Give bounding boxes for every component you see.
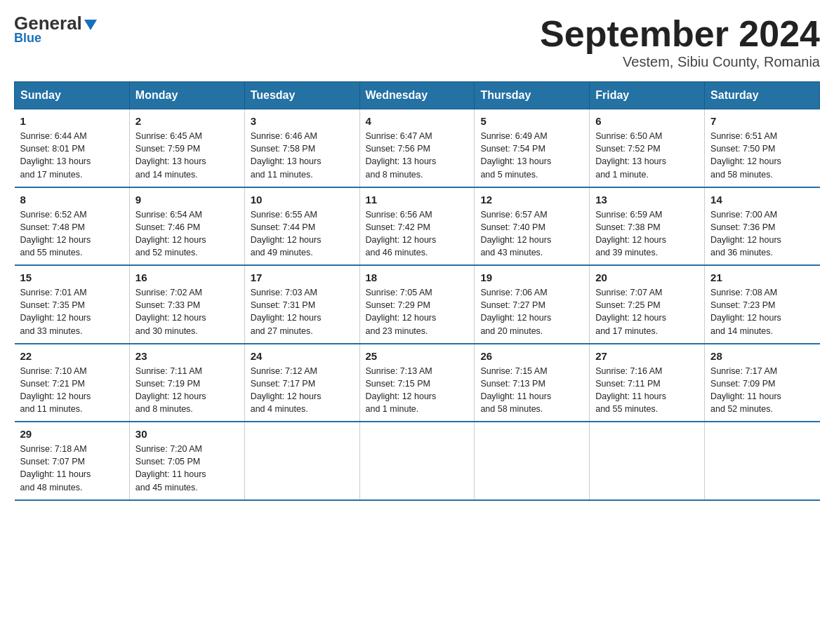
calendar-cell: 5Sunrise: 6:49 AM Sunset: 7:54 PM Daylig… <box>475 109 590 187</box>
day-info: Sunrise: 6:57 AM Sunset: 7:40 PM Dayligh… <box>480 208 583 260</box>
calendar-cell: 29Sunrise: 7:18 AM Sunset: 7:07 PM Dayli… <box>15 422 130 500</box>
column-header-thursday: Thursday <box>475 82 590 109</box>
calendar-cell: 20Sunrise: 7:07 AM Sunset: 7:25 PM Dayli… <box>590 265 705 344</box>
calendar-week-row: 29Sunrise: 7:18 AM Sunset: 7:07 PM Dayli… <box>15 422 820 500</box>
day-number: 4 <box>366 115 469 127</box>
day-info: Sunrise: 7:07 AM Sunset: 7:25 PM Dayligh… <box>595 286 699 337</box>
day-info: Sunrise: 6:51 AM Sunset: 7:50 PM Dayligh… <box>710 130 814 181</box>
calendar-cell: 12Sunrise: 6:57 AM Sunset: 7:40 PM Dayli… <box>475 187 590 266</box>
calendar-cell: 11Sunrise: 6:56 AM Sunset: 7:42 PM Dayli… <box>359 187 475 266</box>
day-info: Sunrise: 6:47 AM Sunset: 7:56 PM Dayligh… <box>366 130 469 181</box>
day-info: Sunrise: 7:17 AM Sunset: 7:09 PM Dayligh… <box>710 365 814 416</box>
calendar-cell: 8Sunrise: 6:52 AM Sunset: 7:48 PM Daylig… <box>15 187 130 266</box>
calendar-cell: 10Sunrise: 6:55 AM Sunset: 7:44 PM Dayli… <box>244 187 359 266</box>
day-number: 12 <box>480 194 583 206</box>
day-info: Sunrise: 6:52 AM Sunset: 7:48 PM Dayligh… <box>20 208 124 260</box>
day-info: Sunrise: 6:56 AM Sunset: 7:42 PM Dayligh… <box>366 208 469 260</box>
day-number: 29 <box>20 428 124 440</box>
day-info: Sunrise: 7:10 AM Sunset: 7:21 PM Dayligh… <box>20 365 124 416</box>
calendar-cell: 1Sunrise: 6:44 AM Sunset: 8:01 PM Daylig… <box>15 109 130 187</box>
day-number: 19 <box>480 271 583 283</box>
day-number: 1 <box>20 115 124 127</box>
day-number: 7 <box>710 115 814 127</box>
day-info: Sunrise: 7:03 AM Sunset: 7:31 PM Dayligh… <box>251 286 354 337</box>
day-info: Sunrise: 6:50 AM Sunset: 7:52 PM Dayligh… <box>595 130 699 181</box>
day-number: 25 <box>366 350 469 362</box>
calendar-cell: 17Sunrise: 7:03 AM Sunset: 7:31 PM Dayli… <box>244 265 359 344</box>
calendar-cell <box>359 422 475 500</box>
calendar-cell: 19Sunrise: 7:06 AM Sunset: 7:27 PM Dayli… <box>475 265 590 344</box>
day-number: 14 <box>710 194 814 206</box>
calendar-cell: 16Sunrise: 7:02 AM Sunset: 7:33 PM Dayli… <box>129 265 244 344</box>
day-info: Sunrise: 6:44 AM Sunset: 8:01 PM Dayligh… <box>20 130 124 181</box>
day-info: Sunrise: 6:49 AM Sunset: 7:54 PM Dayligh… <box>480 130 583 181</box>
calendar-header-row: SundayMondayTuesdayWednesdayThursdayFrid… <box>15 82 820 109</box>
calendar-cell: 28Sunrise: 7:17 AM Sunset: 7:09 PM Dayli… <box>705 344 820 422</box>
column-header-sunday: Sunday <box>15 82 130 109</box>
day-number: 16 <box>135 271 239 283</box>
page-header: General Blue September 2024 Vestem, Sibi… <box>14 14 820 70</box>
day-info: Sunrise: 7:16 AM Sunset: 7:11 PM Dayligh… <box>595 365 699 416</box>
calendar-table: SundayMondayTuesdayWednesdayThursdayFrid… <box>14 81 820 501</box>
day-number: 3 <box>251 115 354 127</box>
day-info: Sunrise: 7:06 AM Sunset: 7:27 PM Dayligh… <box>480 286 583 337</box>
day-info: Sunrise: 6:59 AM Sunset: 7:38 PM Dayligh… <box>595 208 699 260</box>
day-info: Sunrise: 6:54 AM Sunset: 7:46 PM Dayligh… <box>135 208 239 260</box>
day-number: 18 <box>366 271 469 283</box>
day-number: 11 <box>366 194 469 206</box>
day-number: 9 <box>135 194 239 206</box>
column-header-friday: Friday <box>590 82 705 109</box>
calendar-cell: 14Sunrise: 7:00 AM Sunset: 7:36 PM Dayli… <box>705 187 820 266</box>
logo-triangle-icon <box>84 20 97 30</box>
calendar-cell: 23Sunrise: 7:11 AM Sunset: 7:19 PM Dayli… <box>129 344 244 422</box>
day-info: Sunrise: 7:12 AM Sunset: 7:17 PM Dayligh… <box>251 365 354 416</box>
calendar-cell <box>244 422 359 500</box>
calendar-cell: 30Sunrise: 7:20 AM Sunset: 7:05 PM Dayli… <box>129 422 244 500</box>
calendar-cell: 25Sunrise: 7:13 AM Sunset: 7:15 PM Dayli… <box>359 344 475 422</box>
calendar-cell: 21Sunrise: 7:08 AM Sunset: 7:23 PM Dayli… <box>705 265 820 344</box>
day-number: 8 <box>20 194 124 206</box>
day-info: Sunrise: 6:55 AM Sunset: 7:44 PM Dayligh… <box>251 208 354 260</box>
day-info: Sunrise: 7:05 AM Sunset: 7:29 PM Dayligh… <box>366 286 469 337</box>
page-title: September 2024 <box>540 14 820 54</box>
day-number: 27 <box>595 350 699 362</box>
column-header-monday: Monday <box>129 82 244 109</box>
calendar-cell: 9Sunrise: 6:54 AM Sunset: 7:46 PM Daylig… <box>129 187 244 266</box>
calendar-week-row: 22Sunrise: 7:10 AM Sunset: 7:21 PM Dayli… <box>15 344 820 422</box>
calendar-cell: 15Sunrise: 7:01 AM Sunset: 7:35 PM Dayli… <box>15 265 130 344</box>
calendar-cell <box>590 422 705 500</box>
logo: General Blue <box>14 14 97 46</box>
calendar-cell: 27Sunrise: 7:16 AM Sunset: 7:11 PM Dayli… <box>590 344 705 422</box>
day-number: 6 <box>595 115 699 127</box>
calendar-cell: 2Sunrise: 6:45 AM Sunset: 7:59 PM Daylig… <box>129 109 244 187</box>
day-info: Sunrise: 7:00 AM Sunset: 7:36 PM Dayligh… <box>710 208 814 260</box>
calendar-cell: 4Sunrise: 6:47 AM Sunset: 7:56 PM Daylig… <box>359 109 475 187</box>
day-info: Sunrise: 6:45 AM Sunset: 7:59 PM Dayligh… <box>135 130 239 181</box>
calendar-cell: 22Sunrise: 7:10 AM Sunset: 7:21 PM Dayli… <box>15 344 130 422</box>
day-number: 20 <box>595 271 699 283</box>
day-info: Sunrise: 7:20 AM Sunset: 7:05 PM Dayligh… <box>135 443 239 494</box>
calendar-cell <box>705 422 820 500</box>
day-number: 28 <box>710 350 814 362</box>
day-info: Sunrise: 7:02 AM Sunset: 7:33 PM Dayligh… <box>135 286 239 337</box>
calendar-week-row: 1Sunrise: 6:44 AM Sunset: 8:01 PM Daylig… <box>15 109 820 187</box>
calendar-week-row: 15Sunrise: 7:01 AM Sunset: 7:35 PM Dayli… <box>15 265 820 344</box>
day-number: 26 <box>480 350 583 362</box>
calendar-cell: 6Sunrise: 6:50 AM Sunset: 7:52 PM Daylig… <box>590 109 705 187</box>
day-number: 2 <box>135 115 239 127</box>
calendar-cell: 18Sunrise: 7:05 AM Sunset: 7:29 PM Dayli… <box>359 265 475 344</box>
day-number: 30 <box>135 428 239 440</box>
day-info: Sunrise: 6:46 AM Sunset: 7:58 PM Dayligh… <box>251 130 354 181</box>
calendar-cell: 24Sunrise: 7:12 AM Sunset: 7:17 PM Dayli… <box>244 344 359 422</box>
day-number: 22 <box>20 350 124 362</box>
title-block: September 2024 Vestem, Sibiu County, Rom… <box>540 14 820 70</box>
calendar-cell: 26Sunrise: 7:15 AM Sunset: 7:13 PM Dayli… <box>475 344 590 422</box>
day-number: 17 <box>251 271 354 283</box>
page-subtitle: Vestem, Sibiu County, Romania <box>540 54 820 70</box>
column-header-wednesday: Wednesday <box>359 82 475 109</box>
day-info: Sunrise: 7:15 AM Sunset: 7:13 PM Dayligh… <box>480 365 583 416</box>
calendar-cell: 3Sunrise: 6:46 AM Sunset: 7:58 PM Daylig… <box>244 109 359 187</box>
day-number: 13 <box>595 194 699 206</box>
day-info: Sunrise: 7:01 AM Sunset: 7:35 PM Dayligh… <box>20 286 124 337</box>
column-header-tuesday: Tuesday <box>244 82 359 109</box>
